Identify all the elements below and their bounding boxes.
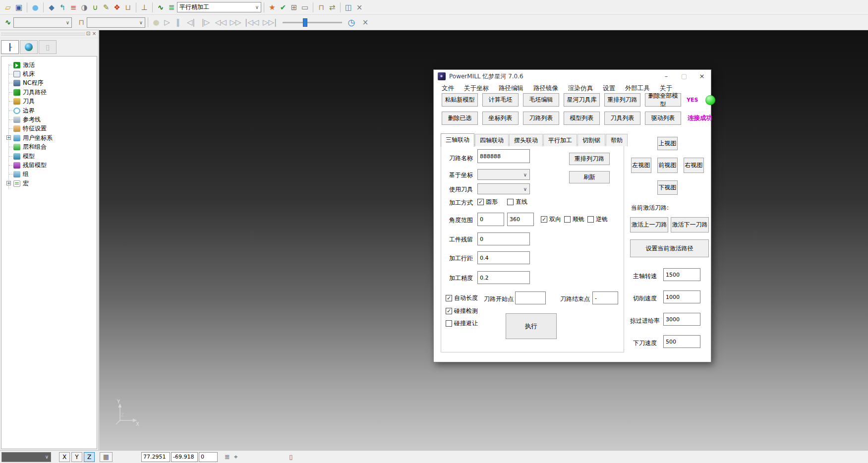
bidirectional-checkbox[interactable]: ✓ 双向 [541, 215, 561, 224]
coord-dropdown[interactable]: ∨ [477, 169, 530, 180]
skim-feed-input[interactable] [663, 313, 700, 326]
toolpath-icon[interactable]: ∿ [2, 17, 13, 28]
tab-4axis[interactable]: 四轴联动 [475, 134, 509, 146]
view-left-button[interactable]: 左视图 [631, 158, 651, 173]
expand-icon[interactable]: + [6, 135, 11, 140]
collision-avoid-checkbox[interactable]: 碰撞避让 [446, 319, 478, 328]
ruler-icon[interactable]: ▭ [299, 2, 310, 13]
tree-item-toolpaths[interactable]: 刀具路径 [3, 88, 97, 97]
float-panel-icon[interactable]: ⊡ [85, 31, 91, 37]
menu-render-sim[interactable]: 渲染仿真 [563, 84, 598, 93]
tool-library-button[interactable]: 星河刀具库 [564, 93, 600, 107]
fox-star-icon[interactable]: ★ [267, 2, 278, 13]
tree-item-patterns[interactable]: 参考线 [3, 115, 97, 124]
menu-path-edit[interactable]: 路径编辑 [494, 84, 528, 93]
conventional-mill-checkbox[interactable]: 逆铣 [587, 215, 608, 224]
blue-sphere-icon[interactable]: ● [30, 2, 41, 13]
view-top-button[interactable]: 上视图 [657, 137, 678, 150]
cutting-feed-input[interactable] [663, 290, 700, 303]
status-dropdown[interactable]: ∨ [1, 452, 51, 462]
tab-3axis[interactable]: 三轴联动 [441, 133, 474, 147]
clock-icon[interactable]: ◷ [346, 17, 357, 28]
stock-allowance-input[interactable] [477, 232, 530, 245]
cursor-x-input[interactable] [141, 452, 170, 462]
tab-parallel[interactable]: 平行加工 [543, 134, 577, 146]
close-icon[interactable]: × [693, 70, 711, 83]
block-edit-button[interactable]: 毛坯编辑 [523, 93, 559, 107]
tool-dropdown[interactable]: ∨ [477, 183, 530, 194]
levels-icon[interactable]: ≡ [68, 2, 79, 13]
slider-knob[interactable] [303, 18, 307, 27]
block-icon[interactable]: ◆ [46, 2, 57, 13]
play-icon[interactable]: ▷ [162, 17, 173, 28]
axis-y-button[interactable]: Y [71, 452, 82, 462]
checkbox-unchecked[interactable] [446, 320, 452, 327]
go-to-start-icon[interactable]: |◁◁ [243, 17, 261, 28]
position-target-icon[interactable]: ⌖ [234, 453, 237, 461]
menu-settings[interactable]: 设置 [598, 84, 620, 93]
stepover-input[interactable] [477, 251, 530, 264]
tree-item-nc-programs[interactable]: NC程序 [3, 79, 97, 88]
strategy-preset-dropdown[interactable]: 平行精加工 ∨ [177, 2, 261, 12]
cursor-y-input[interactable] [171, 452, 198, 462]
tab-saw[interactable]: 切割锯 [578, 134, 605, 146]
coordinate-list-icon[interactable]: ≣ [225, 453, 230, 461]
end-point-input[interactable] [592, 291, 618, 304]
u-channel-tool-icon[interactable]: ∪ [90, 2, 101, 13]
checkbox-checked[interactable]: ✓ [477, 199, 484, 205]
toolbar-close-icon[interactable]: × [354, 2, 365, 13]
collision-check-checkbox[interactable]: ✓ 碰撞检测 [446, 307, 478, 315]
tree-item-feature-sets[interactable]: 特征设置 [3, 124, 97, 133]
tool-pair-icon[interactable]: ⊓ [316, 2, 327, 13]
window-layout-icon[interactable]: ▯ [289, 453, 292, 461]
tree-item-tools[interactable]: 刀具 [3, 97, 97, 106]
axis-x-button[interactable]: X [59, 452, 70, 462]
coord-list-button[interactable]: 坐标列表 [482, 112, 519, 125]
grid-snap-button[interactable]: ▦ [100, 452, 113, 462]
toolpath-select-dropdown[interactable]: ∨ [13, 17, 72, 28]
verify-tool-icon[interactable]: ✔ [278, 2, 289, 13]
tool-select-icon[interactable]: ⊓ [76, 17, 87, 28]
tree-item-levels-sets[interactable]: 层和组合 [3, 143, 97, 152]
pencil-tool-icon[interactable]: ✎ [101, 2, 112, 13]
refresh-button[interactable]: 刷新 [569, 171, 610, 183]
calculator-icon[interactable]: ⊞ [289, 2, 299, 13]
view-front-button[interactable]: 前视图 [657, 158, 678, 173]
angle-from-input[interactable] [477, 213, 504, 226]
tree-item-models[interactable]: 模型 [3, 152, 97, 161]
go-to-end-icon[interactable]: ▷▷| [261, 17, 279, 28]
cursor-z-input[interactable] [199, 452, 218, 462]
minimize-icon[interactable]: – [657, 70, 675, 83]
mode-line-checkbox[interactable]: 直线 [507, 198, 527, 206]
delete-all-models-button[interactable]: 删除全部模型 [645, 93, 681, 107]
calc-block-button[interactable]: 计算毛坯 [482, 93, 519, 107]
checkbox-unchecked[interactable] [507, 199, 514, 205]
activate-next-toolpath-button[interactable]: 激活下一刀路 [671, 217, 709, 232]
menu-coords[interactable]: 关于坐标 [459, 84, 494, 93]
checkbox-unchecked[interactable] [587, 216, 594, 223]
tree-item-stock-models[interactable]: 残留模型 [3, 161, 97, 170]
open-project-icon[interactable]: ▱ [2, 2, 13, 13]
ball-tool-icon[interactable]: ◑ [79, 2, 90, 13]
points-icon[interactable]: ❖ [112, 2, 122, 13]
step-back-icon[interactable]: ◁| [183, 17, 198, 28]
view-right-button[interactable]: 右视图 [684, 158, 704, 173]
model-list-button[interactable]: 模型列表 [564, 112, 600, 125]
tab-web-view[interactable] [20, 40, 38, 54]
tree-item-boundaries[interactable]: 边界 [3, 106, 97, 115]
set-active-path-button[interactable]: 设置当前激活路径 [630, 239, 709, 257]
step-forward-icon[interactable]: |▷ [198, 17, 213, 28]
save-project-icon[interactable]: ▣ [13, 2, 24, 13]
toolpath-icon[interactable]: ∿ [155, 2, 166, 13]
climb-mill-checkbox[interactable]: 顺铣 [564, 215, 584, 224]
dialog-titlebar[interactable]: PowerMILL 忆梦星河 7.0.6 – ▢ × [434, 70, 711, 83]
tool-block-icon[interactable]: ⊔ [122, 2, 133, 13]
lightbulb-icon[interactable]: ● [151, 17, 162, 28]
tree-item-groups[interactable]: 组 [3, 170, 97, 179]
close-panel-icon[interactable]: × [91, 31, 97, 37]
maximize-icon[interactable]: ▢ [675, 70, 693, 83]
checkbox-checked[interactable]: ✓ [446, 295, 452, 301]
checkbox-checked[interactable]: ✓ [541, 216, 547, 223]
tree-item-active[interactable]: 激活 [3, 60, 97, 69]
rewind-icon[interactable]: ◁◁ [213, 17, 228, 28]
